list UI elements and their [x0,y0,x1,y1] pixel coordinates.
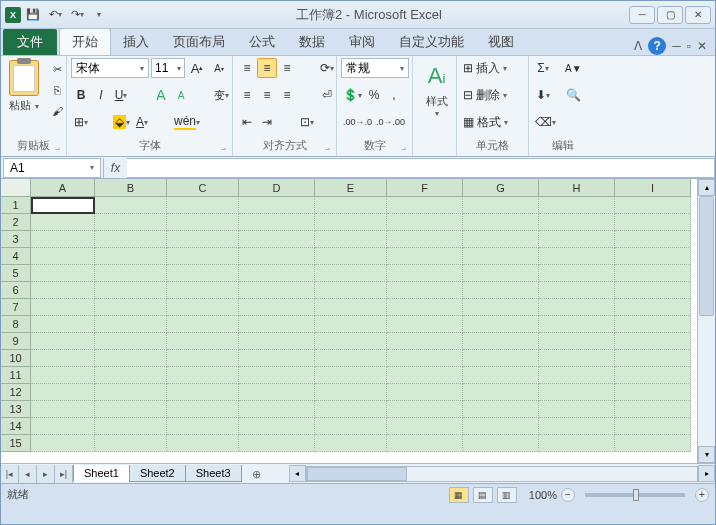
orientation-button[interactable]: ⟳▾ [317,58,337,78]
align-left-button[interactable]: ≡ [237,85,257,105]
cell[interactable] [463,299,539,316]
cell[interactable] [239,401,315,418]
cell[interactable] [387,384,463,401]
percent-button[interactable]: % [364,85,384,105]
clear-button[interactable]: ⌫▾ [533,112,558,132]
cell[interactable] [95,333,167,350]
maximize-button[interactable]: ▢ [657,6,683,24]
horizontal-scroll-thumb[interactable] [307,467,407,481]
row-header[interactable]: 13 [1,401,31,418]
cell[interactable] [95,231,167,248]
cell[interactable] [315,333,387,350]
cell[interactable] [167,265,239,282]
row-header[interactable]: 2 [1,214,31,231]
cell[interactable] [167,367,239,384]
cell[interactable] [167,316,239,333]
cell[interactable] [315,248,387,265]
column-header[interactable]: G [463,179,539,197]
cell[interactable] [239,265,315,282]
workbook-close-icon[interactable]: ✕ [697,39,707,53]
cell[interactable] [167,350,239,367]
cell[interactable] [315,214,387,231]
cell[interactable] [167,231,239,248]
cell[interactable] [167,435,239,452]
cell[interactable] [539,401,615,418]
cell[interactable] [31,248,95,265]
cell[interactable] [31,265,95,282]
cell[interactable] [31,401,95,418]
column-header[interactable]: F [387,179,463,197]
cell[interactable] [95,418,167,435]
cell[interactable] [463,418,539,435]
ruby-button[interactable]: wén▾ [172,112,202,132]
cell[interactable] [315,435,387,452]
cell[interactable] [95,367,167,384]
column-header[interactable]: D [239,179,315,197]
cell[interactable] [615,316,691,333]
cell[interactable] [539,214,615,231]
shrink-font-button[interactable]: A▾ [209,58,229,78]
cell[interactable] [615,197,691,214]
scroll-right-button[interactable]: ▸ [698,465,715,482]
cell[interactable] [315,367,387,384]
cell[interactable] [167,384,239,401]
cell[interactable] [31,350,95,367]
cell[interactable] [387,316,463,333]
cell[interactable] [539,350,615,367]
cell[interactable] [615,367,691,384]
cell[interactable] [95,282,167,299]
font-shrink-button[interactable]: A [171,85,191,105]
cell[interactable] [615,350,691,367]
qat-undo-button[interactable]: ↶▾ [45,5,65,25]
font-color-button[interactable]: A▾ [132,112,152,132]
tab-review[interactable]: 审阅 [337,29,387,55]
row-header[interactable]: 8 [1,316,31,333]
cell[interactable] [615,214,691,231]
tab-data[interactable]: 数据 [287,29,337,55]
cell[interactable] [31,367,95,384]
cell[interactable] [387,401,463,418]
sheet-nav-last[interactable]: ▸| [55,465,73,483]
insert-cells-button[interactable]: ⊞ 插入 ▾ [461,58,525,78]
name-box[interactable]: A1▾ [3,158,101,178]
minimize-ribbon-icon[interactable]: ᐱ [634,39,642,53]
cell[interactable] [239,333,315,350]
cell[interactable] [31,333,95,350]
cell[interactable] [95,248,167,265]
cell[interactable] [387,418,463,435]
cell[interactable] [615,435,691,452]
cell[interactable] [615,384,691,401]
cell[interactable] [463,350,539,367]
tab-custom[interactable]: 自定义功能 [387,29,476,55]
page-layout-view-button[interactable]: ▤ [473,487,493,503]
cell[interactable] [387,299,463,316]
cell[interactable] [95,384,167,401]
cell[interactable] [387,333,463,350]
row-header[interactable]: 4 [1,248,31,265]
fill-button[interactable]: ⬇▾ [533,85,553,105]
format-painter-button[interactable]: 🖌 [47,102,67,120]
cell[interactable] [463,265,539,282]
cell[interactable] [239,367,315,384]
wrap-text-button[interactable]: ⏎ [317,85,337,105]
cell[interactable] [387,367,463,384]
cell[interactable] [615,401,691,418]
page-break-view-button[interactable]: ▥ [497,487,517,503]
cell[interactable] [615,299,691,316]
cell[interactable] [239,248,315,265]
fx-icon[interactable]: fx [103,158,127,178]
help-icon[interactable]: ? [648,37,666,55]
cell[interactable] [539,197,615,214]
cell[interactable] [167,248,239,265]
sheet-tab-2[interactable]: Sheet2 [129,465,186,482]
add-sheet-button[interactable]: ⊕ [245,466,269,482]
accounting-format-button[interactable]: 💲▾ [341,85,364,105]
align-right-button[interactable]: ≡ [277,85,297,105]
tab-home[interactable]: 开始 [59,28,111,55]
cell[interactable] [31,316,95,333]
cell[interactable] [315,350,387,367]
cell[interactable] [539,384,615,401]
cell[interactable] [31,197,95,214]
cell[interactable] [463,231,539,248]
qat-save-button[interactable]: 💾 [23,5,43,25]
